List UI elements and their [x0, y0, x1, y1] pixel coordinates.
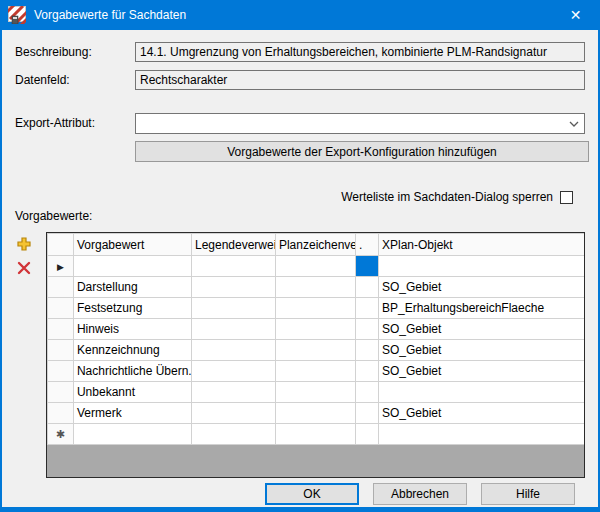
beschreibung-label: Beschreibung: [15, 42, 135, 59]
grid-cell[interactable]: SO_Gebiet [378, 361, 585, 382]
grid-cell[interactable] [275, 361, 355, 382]
grid-cell[interactable] [191, 319, 275, 340]
grid-cell[interactable] [191, 256, 275, 277]
dialog-button-bar: OK Abbrechen Hilfe [15, 483, 585, 505]
column-header-planzeichenverweis[interactable]: Planzeichenverw [275, 234, 355, 256]
grid-cell[interactable] [191, 298, 275, 319]
ok-button[interactable]: OK [265, 483, 359, 505]
grid-cell[interactable] [355, 340, 378, 361]
beschreibung-field[interactable]: 14.1. Umgrenzung von Erhaltungsbereichen… [135, 42, 585, 62]
grid-cell[interactable]: SO_Gebiet [378, 340, 585, 361]
export-attribut-label: Export-Attribut: [15, 113, 135, 130]
grid-cell[interactable] [355, 319, 378, 340]
vorgabewerte-label: Vorgabewerte: [15, 209, 585, 223]
grid-cell[interactable] [191, 424, 275, 445]
titlebar: Vorgabewerte für Sachdaten ✕ [2, 0, 598, 30]
grid-cell[interactable]: Vermerk [73, 403, 191, 424]
table-row: Nachrichtliche Übern... SO_Gebiet [47, 361, 585, 382]
dialog-content: Beschreibung: 14.1. Umgrenzung von Erhal… [2, 30, 598, 507]
grid-cell[interactable]: Kennzeichnung [73, 340, 191, 361]
close-button[interactable]: ✕ [553, 0, 598, 30]
table-row: Hinweis SO_Gebiet [47, 319, 585, 340]
new-row-indicator-icon: ✱ [56, 428, 65, 440]
column-header-dot[interactable]: . [355, 234, 378, 256]
grid-cell[interactable] [378, 424, 585, 445]
column-header-xplan-objekt[interactable]: XPlan-Objekt [378, 234, 585, 256]
selected-grid-cell[interactable] [355, 256, 378, 277]
grid-cell[interactable] [191, 361, 275, 382]
grid-cell[interactable]: SO_Gebiet [378, 403, 585, 424]
cancel-button[interactable]: Abbrechen [373, 483, 467, 505]
grid-cell[interactable] [191, 277, 275, 298]
grid-cell[interactable]: Unbekannt [73, 382, 191, 403]
grid-cell[interactable] [275, 319, 355, 340]
export-attribut-combobox[interactable] [135, 113, 585, 134]
datenfeld-label: Datenfeld: [15, 70, 135, 87]
grid-cell[interactable] [355, 403, 378, 424]
table-row: Kennzeichnung SO_Gebiet [47, 340, 585, 361]
grid-cell[interactable] [275, 424, 355, 445]
grid-cell[interactable] [275, 256, 355, 277]
table-row: Darstellung SO_Gebiet [47, 277, 585, 298]
grid-cell[interactable]: Nachrichtliche Übern... [73, 361, 191, 382]
grid-toolbar [15, 232, 46, 478]
grid-cell[interactable] [355, 382, 378, 403]
table-row: Vermerk SO_Gebiet [47, 403, 585, 424]
grid-cell[interactable] [275, 403, 355, 424]
grid-cell[interactable] [275, 277, 355, 298]
grid-cell[interactable] [355, 424, 378, 445]
grid-cell[interactable] [275, 298, 355, 319]
column-header-legendeverweis[interactable]: Legendeverweis [191, 234, 275, 256]
close-icon: ✕ [570, 7, 582, 23]
lock-valuelist-checkbox[interactable] [560, 191, 573, 204]
grid-cell[interactable] [191, 403, 275, 424]
grid-cell[interactable] [73, 256, 191, 277]
grid-corner-cell [47, 234, 73, 256]
add-export-config-button[interactable]: Vorgabewerte der Export-Konfiguration hi… [135, 141, 589, 162]
dialog-window: Vorgabewerte für Sachdaten ✕ Beschreibun… [0, 0, 600, 512]
window-title: Vorgabewerte für Sachdaten [34, 8, 553, 22]
grid-header-row: Vorgabewert Legendeverweis Planzeichenve… [47, 234, 585, 256]
grid-cell[interactable] [378, 256, 585, 277]
grid-cell[interactable] [275, 382, 355, 403]
grid-cell[interactable] [355, 298, 378, 319]
table-row: Unbekannt [47, 382, 585, 403]
table-row: Festsetzung BP_ErhaltungsbereichFlaeche [47, 298, 585, 319]
grid-cell[interactable] [355, 361, 378, 382]
table-row: ▶ [47, 256, 585, 277]
grid-cell[interactable]: Festsetzung [73, 298, 191, 319]
column-header-vorgabewert[interactable]: Vorgabewert [73, 234, 191, 256]
grid-cell[interactable]: Hinweis [73, 319, 191, 340]
grid-cell[interactable] [355, 277, 378, 298]
grid-cell[interactable]: SO_Gebiet [378, 277, 585, 298]
chevron-down-icon[interactable] [564, 121, 584, 127]
app-icon [8, 6, 26, 24]
datenfeld-field[interactable]: Rechtscharakter [135, 70, 585, 90]
grid-cell[interactable] [191, 382, 275, 403]
add-row-icon[interactable] [15, 235, 33, 253]
delete-row-icon[interactable] [15, 259, 33, 277]
grid-cell[interactable] [191, 340, 275, 361]
table-row: ✱ [47, 424, 585, 445]
lock-valuelist-label: Werteliste im Sachdaten-Dialog sperren [341, 190, 553, 204]
grid-cell[interactable] [73, 424, 191, 445]
current-row-indicator-icon: ▶ [57, 262, 64, 272]
grid-cell[interactable]: Darstellung [73, 277, 191, 298]
grid-cell[interactable]: BP_ErhaltungsbereichFlaeche [378, 298, 585, 319]
grid-cell[interactable] [275, 340, 355, 361]
grid-cell[interactable] [378, 382, 585, 403]
grid-cell[interactable]: SO_Gebiet [378, 319, 585, 340]
help-button[interactable]: Hilfe [481, 483, 575, 505]
vorgabewerte-grid: Vorgabewert Legendeverweis Planzeichenve… [46, 232, 585, 478]
